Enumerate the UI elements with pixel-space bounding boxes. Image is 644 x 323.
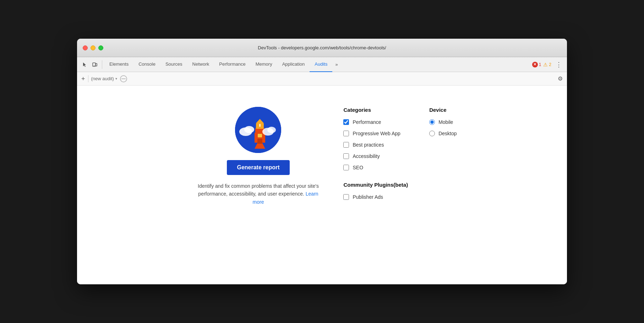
svg-point-13 [244,126,254,133]
warning-icon: ⚠ [543,62,548,67]
accessibility-checkbox[interactable] [343,153,349,159]
categories-list: Performance Progressive Web App Best pra… [343,119,408,170]
settings-btn[interactable]: ⚙ [558,75,563,82]
maximize-button[interactable] [98,45,103,50]
tab-overflow-btn[interactable]: » [332,62,340,67]
best-practices-label: Best practices [353,142,384,148]
publisher-ads-checkbox[interactable] [343,194,349,200]
plugin-publisher-ads[interactable]: Publisher Ads [343,194,408,200]
device-icon[interactable] [90,60,100,70]
seo-label: SEO [353,165,363,170]
devtools-right-controls: ✕ 1 ⚠ 2 ⋮ [532,61,564,69]
tab-network[interactable]: Network [187,57,214,72]
performance-checkbox[interactable] [343,119,349,125]
pwa-label: Progressive Web App [353,131,400,136]
category-seo[interactable]: SEO [343,165,408,170]
lighthouse-logo [235,107,281,153]
right-panel: Categories Performance Progressive Web A… [343,100,457,200]
categories-section: Categories Performance Progressive Web A… [343,107,408,200]
tab-audits[interactable]: Audits [310,57,332,72]
tab-performance[interactable]: Performance [214,57,250,72]
desktop-label: Desktop [438,131,457,136]
tab-list: Elements Console Sources Network Perform… [104,57,532,72]
svg-point-15 [267,127,276,133]
error-badge[interactable]: ✕ 1 [532,62,541,67]
svg-rect-11 [259,124,261,127]
more-options-btn[interactable]: ⋮ [553,61,564,69]
category-accessibility[interactable]: Accessibility [343,153,408,159]
desktop-radio[interactable] [429,131,435,136]
device-heading: Device [429,107,457,113]
cursor-icon[interactable] [80,60,90,70]
left-panel: Generate report Identify and fix common … [187,100,329,206]
performance-label: Performance [353,119,381,125]
error-count: 1 [539,62,541,67]
category-performance[interactable]: Performance [343,119,408,125]
device-mobile[interactable]: Mobile [429,119,457,125]
toolbar-separator [88,75,88,82]
publisher-ads-label: Publisher Ads [353,194,383,200]
mobile-label: Mobile [438,119,453,125]
seo-checkbox[interactable] [343,165,349,170]
close-button[interactable] [83,45,88,50]
device-section: Device Mobile Desktop [429,107,457,200]
category-pwa[interactable]: Progressive Web App [343,131,408,136]
audit-select[interactable]: (new audit) ▾ [91,76,117,81]
no-entry-icon[interactable] [120,75,127,82]
error-icon: ✕ [532,62,538,67]
toolbar-row: + (new audit) ▾ ⚙ [77,72,567,86]
svg-rect-9 [257,139,262,144]
tab-sources[interactable]: Sources [160,57,187,72]
svg-rect-10 [258,134,262,137]
traffic-lights [83,45,103,50]
community-plugins-heading: Community Plugins(beta) [343,182,408,188]
community-plugins-list: Publisher Ads [343,194,408,200]
window-title: DevTools - developers.google.com/web/too… [258,45,386,50]
title-bar: DevTools - developers.google.com/web/too… [77,39,567,57]
warning-badge[interactable]: ⚠ 2 [543,62,551,67]
device-desktop[interactable]: Desktop [429,131,457,136]
categories-heading: Categories [343,107,408,113]
tab-memory[interactable]: Memory [251,57,277,72]
add-audit-btn[interactable]: + [81,76,85,82]
devtools-window: DevTools - developers.google.com/web/too… [77,39,567,284]
pwa-checkbox[interactable] [343,131,349,136]
mobile-radio[interactable] [429,119,435,125]
minimize-button[interactable] [91,45,95,50]
accessibility-label: Accessibility [353,153,380,159]
best-practices-checkbox[interactable] [343,142,349,148]
community-plugins-section: Community Plugins(beta) Publisher Ads [343,182,408,200]
category-best-practices[interactable]: Best practices [343,142,408,148]
warning-count: 2 [549,62,551,67]
tab-separator [102,60,102,69]
tab-application[interactable]: Application [277,57,310,72]
audit-select-text: (new audit) [91,76,114,81]
device-list: Mobile Desktop [429,119,457,136]
svg-rect-1 [95,64,97,66]
description-text: Identify and fix common problems that af… [196,182,320,206]
devtools-tab-bar: Elements Console Sources Network Perform… [77,57,567,72]
main-content: Generate report Identify and fix common … [77,86,567,284]
tab-console[interactable]: Console [133,57,160,72]
tab-elements[interactable]: Elements [104,57,133,72]
generate-report-btn[interactable]: Generate report [227,160,289,175]
chevron-down-icon: ▾ [115,77,117,81]
